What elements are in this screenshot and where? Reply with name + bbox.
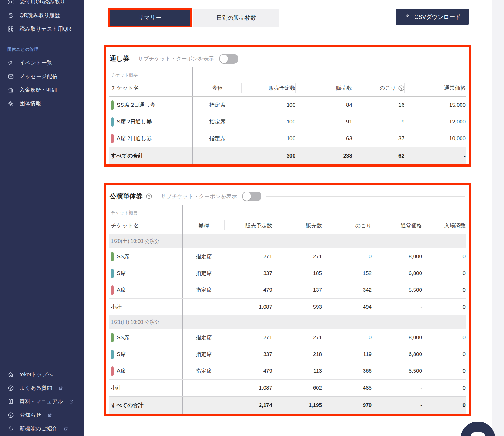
cell-remaining: 119	[322, 346, 372, 363]
bank-icon	[7, 87, 14, 94]
col-sold: 販売数	[272, 205, 322, 234]
subticket-toggle[interactable]	[219, 54, 238, 64]
cell-remaining: 494	[322, 299, 372, 315]
table-row: SS席指定席27127108,0000	[109, 248, 466, 265]
csv-download-button[interactable]: CSVダウンロード	[396, 9, 469, 25]
col-seat-type: 券種	[193, 67, 241, 96]
cell-sold: 84	[295, 97, 352, 113]
cell-planned: 1,087	[224, 299, 272, 315]
total-label: すべての合計	[109, 147, 193, 164]
cell-planned: 1,087	[224, 380, 272, 396]
cell-sold: 593	[272, 299, 322, 315]
sidebar-item[interactable]: teketトップへ	[0, 368, 84, 381]
cell-admitted: 0	[422, 299, 466, 315]
table-subtotal-row: 小計1,087593494-0	[109, 298, 466, 315]
book-icon	[7, 398, 14, 405]
ticket-color-chip	[111, 252, 114, 261]
topbar: サマリー 日別の販売枚数 CSVダウンロード	[104, 0, 471, 27]
table-row: A席指定席4791373425,5000	[109, 282, 466, 298]
cell-planned: 479	[224, 363, 272, 379]
cell-ticket-name: A席 2日通し券	[109, 130, 193, 147]
sidebar-item[interactable]: QR読み取り履歴	[0, 9, 84, 22]
col-ticket-name: チケット名	[111, 222, 139, 229]
main-content: サマリー 日別の販売枚数 CSVダウンロード 通し券 サブチケット・クーポンを表…	[84, 0, 504, 436]
remaining-help-icon[interactable]	[398, 85, 404, 91]
table-total-row: すべての合計 2,174 1,195 979 - 0	[109, 396, 466, 414]
performance-group-row: 1/21(日) 10:00 公演分	[109, 315, 466, 329]
mail-icon	[7, 73, 14, 80]
col-remaining: のこり	[322, 205, 372, 234]
external-link-icon	[69, 399, 74, 404]
sidebar-bottom-group: teketトップへよくある質問資料・マニュアルお知らせ新機能のご紹介	[0, 360, 84, 436]
annotation-box-summary-tab: サマリー	[108, 8, 192, 27]
cell-remaining: 342	[322, 282, 372, 298]
sidebar-item[interactable]: 資料・マニュアル	[0, 395, 84, 408]
question-icon	[7, 385, 14, 392]
cell-admitted: 0	[422, 282, 466, 298]
cell-remaining: 366	[322, 363, 372, 379]
cell-admitted: 0	[422, 363, 466, 379]
cell-sold: 602	[272, 380, 322, 396]
cell-admitted: 0	[422, 248, 466, 265]
cell-planned: 100	[241, 113, 295, 130]
cell-price: 15,000	[404, 97, 466, 113]
panel-through-tickets: 通し券 サブチケット・クーポンを表示 チケット概要 チケット名 券種 販売予定数…	[104, 45, 471, 167]
sidebar-item[interactable]: 受付用QR読み取り	[0, 0, 84, 9]
sidebar-item[interactable]: イベント一覧	[0, 56, 84, 70]
sidebar-item[interactable]: お知らせ	[0, 408, 84, 422]
cell-planned: 479	[224, 282, 272, 298]
sidebar-item[interactable]: メッセージ配信	[0, 70, 84, 83]
cell-sold: 271	[272, 329, 322, 346]
tab-daily-sales[interactable]: 日別の販売枚数	[193, 9, 279, 27]
cell-remaining: 16	[352, 97, 404, 113]
table-row: S席 2日通し券指定席10091912,000	[109, 113, 466, 130]
cell-seat-type: 指定席	[183, 282, 224, 298]
home-icon	[7, 371, 14, 378]
cell-admitted: 0	[422, 346, 466, 363]
page-right-gutter	[492, 0, 504, 436]
sidebar-item[interactable]: 読み取りテスト用QR	[0, 22, 84, 36]
sidebar-item-label: よくある質問	[20, 384, 52, 392]
cell-ticket-name: S席	[109, 265, 183, 282]
sidebar-item[interactable]: 団体情報	[0, 97, 84, 110]
col-sold: 販売数	[295, 67, 352, 96]
sidebar-divider	[0, 363, 84, 363]
subtotal-label: 小計	[109, 299, 183, 315]
sidebar-item-label: teketトップへ	[20, 371, 53, 378]
cell-admitted: 0	[422, 397, 466, 414]
panel-single-tickets: 公演単体券 サブチケット・クーポンを表示 チケット概要 チケット名 券種 販売予…	[104, 183, 471, 416]
subticket-toggle[interactable]	[242, 192, 261, 201]
sidebar-item[interactable]: 入金履歴・明細	[0, 83, 84, 97]
ticket-color-chip	[111, 333, 114, 342]
ticket-name-label: A席	[117, 286, 126, 294]
divider-line	[266, 196, 465, 197]
panel-title: 通し券	[110, 54, 130, 63]
sidebar-item-label: 読み取りテスト用QR	[20, 25, 71, 32]
table-row: A席指定席4791133665,5000	[109, 363, 466, 379]
sidebar-item-label: 受付用QR読み取り	[20, 0, 65, 5]
sidebar-item-label: お知らせ	[20, 411, 41, 419]
cell-remaining: 0	[322, 329, 372, 346]
cell-ticket-name: A席	[109, 363, 183, 379]
cell-price: -	[404, 147, 466, 164]
table-row: S席指定席3371851526,8000	[109, 265, 466, 282]
panel-help-icon[interactable]	[146, 193, 152, 200]
cell-ticket-name: A席	[109, 282, 183, 298]
sidebar-item-label: メッセージ配信	[20, 73, 58, 80]
sidebar-item[interactable]: 新機能のご紹介	[0, 422, 84, 435]
cell-admitted: 0	[422, 265, 466, 282]
ticket-name-label: S席 2日通し券	[117, 118, 152, 125]
cell-seat-type: 指定席	[193, 113, 241, 130]
table-row: SS席 2日通し券指定席100841615,000	[109, 97, 466, 113]
cell-remaining: 152	[322, 265, 372, 282]
cell-ticket-name: S席	[109, 346, 183, 363]
sidebar: 受付用QR読み取りQR読み取り履歴読み取りテスト用QR 団体ごとの管理 イベント…	[0, 0, 84, 436]
cell-planned: 337	[224, 265, 272, 282]
sidebar-divider	[0, 38, 84, 38]
cell-sold: 271	[272, 248, 322, 265]
col-ticket-name: チケット名	[111, 84, 139, 92]
sidebar-item-label: QR読み取り履歴	[20, 12, 60, 19]
sidebar-item[interactable]: よくある質問	[0, 381, 84, 395]
tab-summary[interactable]: サマリー	[110, 10, 190, 26]
sidebar-item-label: 新機能のご紹介	[20, 425, 57, 432]
